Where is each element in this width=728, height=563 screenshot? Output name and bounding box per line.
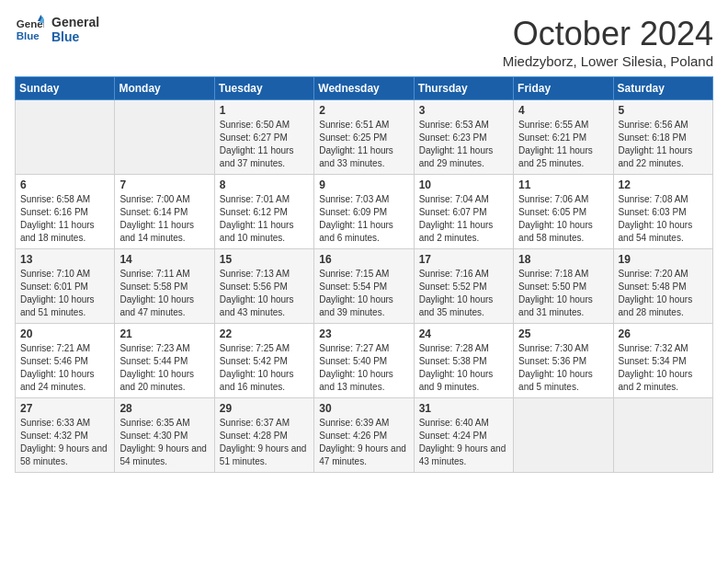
calendar-cell: 8 Sunrise: 7:01 AMSunset: 6:12 PMDayligh…	[214, 175, 313, 249]
day-number: 13	[20, 253, 109, 266]
calendar-cell: 17 Sunrise: 7:16 AMSunset: 5:52 PMDaylig…	[414, 249, 513, 324]
day-number: 15	[220, 253, 309, 266]
page-header: General Blue General Blue October 2024 M…	[15, 15, 713, 69]
day-info: Sunrise: 7:16 AMSunset: 5:52 PMDaylight:…	[419, 269, 494, 317]
day-info: Sunrise: 7:06 AMSunset: 6:05 PMDaylight:…	[518, 194, 593, 243]
calendar-cell: 29 Sunrise: 6:37 AMSunset: 4:28 PMDaylig…	[214, 398, 313, 473]
day-number: 20	[20, 327, 109, 340]
calendar-cell: 27 Sunrise: 6:33 AMSunset: 4:32 PMDaylig…	[16, 398, 115, 473]
day-header-saturday: Saturday	[613, 77, 712, 100]
calendar-cell: 20 Sunrise: 7:21 AMSunset: 5:46 PMDaylig…	[16, 324, 115, 398]
day-number: 9	[319, 178, 408, 191]
day-info: Sunrise: 7:01 AMSunset: 6:12 PMDaylight:…	[220, 194, 294, 243]
day-number: 27	[20, 402, 109, 415]
calendar-cell: 24 Sunrise: 7:28 AMSunset: 5:38 PMDaylig…	[414, 324, 513, 398]
day-number: 22	[220, 327, 309, 340]
calendar-cell: 12 Sunrise: 7:08 AMSunset: 6:03 PMDaylig…	[613, 175, 712, 249]
day-number: 10	[419, 178, 508, 191]
day-number: 24	[419, 327, 508, 340]
day-number: 7	[119, 178, 209, 191]
week-row-5: 27 Sunrise: 6:33 AMSunset: 4:32 PMDaylig…	[16, 398, 713, 473]
day-info: Sunrise: 6:50 AMSunset: 6:27 PMDaylight:…	[220, 120, 294, 168]
day-number: 31	[419, 402, 508, 415]
day-header-friday: Friday	[514, 77, 613, 100]
calendar-cell: 18 Sunrise: 7:18 AMSunset: 5:50 PMDaylig…	[514, 249, 613, 324]
day-number: 21	[119, 327, 209, 340]
calendar-cell: 10 Sunrise: 7:04 AMSunset: 6:07 PMDaylig…	[414, 175, 513, 249]
day-number: 18	[518, 253, 608, 266]
calendar-cell	[613, 398, 712, 473]
day-info: Sunrise: 7:20 AMSunset: 5:48 PMDaylight:…	[619, 269, 693, 317]
day-number: 14	[119, 253, 209, 266]
svg-text:Blue: Blue	[17, 30, 40, 41]
calendar-cell: 5 Sunrise: 6:56 AMSunset: 6:18 PMDayligh…	[613, 100, 712, 175]
week-row-2: 6 Sunrise: 6:58 AMSunset: 6:16 PMDayligh…	[16, 175, 713, 249]
day-info: Sunrise: 7:00 AMSunset: 6:14 PMDaylight:…	[119, 194, 194, 243]
calendar-cell: 9 Sunrise: 7:03 AMSunset: 6:09 PMDayligh…	[314, 175, 414, 249]
calendar-cell: 28 Sunrise: 6:35 AMSunset: 4:30 PMDaylig…	[115, 398, 214, 473]
month-title: October 2024	[503, 15, 713, 53]
logo: General Blue General Blue	[15, 15, 99, 44]
day-number: 19	[619, 253, 708, 266]
calendar-cell: 7 Sunrise: 7:00 AMSunset: 6:14 PMDayligh…	[115, 175, 214, 249]
logo-line1: General	[51, 15, 99, 29]
day-number: 28	[119, 402, 209, 415]
day-number: 11	[518, 178, 608, 191]
calendar-cell: 30 Sunrise: 6:39 AMSunset: 4:26 PMDaylig…	[314, 398, 414, 473]
day-info: Sunrise: 6:40 AMSunset: 4:24 PMDaylight:…	[419, 418, 506, 466]
day-number: 30	[319, 402, 408, 415]
day-info: Sunrise: 7:27 AMSunset: 5:40 PMDaylight:…	[319, 343, 393, 392]
calendar-cell: 21 Sunrise: 7:23 AMSunset: 5:44 PMDaylig…	[115, 324, 214, 398]
day-header-tuesday: Tuesday	[214, 77, 313, 100]
calendar-cell: 13 Sunrise: 7:10 AMSunset: 6:01 PMDaylig…	[16, 249, 115, 324]
day-info: Sunrise: 7:21 AMSunset: 5:46 PMDaylight:…	[20, 343, 95, 392]
day-info: Sunrise: 7:32 AMSunset: 5:34 PMDaylight:…	[619, 343, 693, 392]
calendar-cell: 1 Sunrise: 6:50 AMSunset: 6:27 PMDayligh…	[214, 100, 313, 175]
calendar-cell	[16, 100, 115, 175]
day-number: 8	[220, 178, 309, 191]
day-number: 25	[518, 327, 608, 340]
calendar-cell: 14 Sunrise: 7:11 AMSunset: 5:58 PMDaylig…	[115, 249, 214, 324]
day-info: Sunrise: 7:10 AMSunset: 6:01 PMDaylight:…	[20, 269, 95, 317]
day-info: Sunrise: 7:04 AMSunset: 6:07 PMDaylight:…	[419, 194, 494, 243]
day-info: Sunrise: 6:56 AMSunset: 6:18 PMDaylight:…	[619, 120, 693, 168]
day-header-sunday: Sunday	[16, 77, 115, 100]
calendar-cell	[115, 100, 214, 175]
day-info: Sunrise: 6:39 AMSunset: 4:26 PMDaylight:…	[319, 418, 406, 466]
day-number: 17	[419, 253, 508, 266]
calendar-cell	[514, 398, 613, 473]
calendar-cell: 2 Sunrise: 6:51 AMSunset: 6:25 PMDayligh…	[314, 100, 414, 175]
calendar-cell: 25 Sunrise: 7:30 AMSunset: 5:36 PMDaylig…	[514, 324, 613, 398]
calendar-cell: 23 Sunrise: 7:27 AMSunset: 5:40 PMDaylig…	[314, 324, 414, 398]
day-info: Sunrise: 7:23 AMSunset: 5:44 PMDaylight:…	[119, 343, 194, 392]
week-row-1: 1 Sunrise: 6:50 AMSunset: 6:27 PMDayligh…	[16, 100, 713, 175]
calendar-cell: 11 Sunrise: 7:06 AMSunset: 6:05 PMDaylig…	[514, 175, 613, 249]
calendar-cell: 22 Sunrise: 7:25 AMSunset: 5:42 PMDaylig…	[214, 324, 313, 398]
day-number: 3	[419, 104, 508, 117]
day-info: Sunrise: 7:03 AMSunset: 6:09 PMDaylight:…	[319, 194, 393, 243]
day-info: Sunrise: 6:37 AMSunset: 4:28 PMDaylight:…	[220, 418, 307, 466]
day-info: Sunrise: 7:11 AMSunset: 5:58 PMDaylight:…	[119, 269, 194, 317]
calendar-cell: 31 Sunrise: 6:40 AMSunset: 4:24 PMDaylig…	[414, 398, 513, 473]
day-number: 1	[220, 104, 309, 117]
day-info: Sunrise: 7:25 AMSunset: 5:42 PMDaylight:…	[220, 343, 294, 392]
day-number: 16	[319, 253, 408, 266]
header-row: SundayMondayTuesdayWednesdayThursdayFrid…	[16, 77, 713, 100]
day-number: 12	[619, 178, 708, 191]
calendar-table: SundayMondayTuesdayWednesdayThursdayFrid…	[15, 76, 713, 473]
day-number: 4	[518, 104, 608, 117]
day-number: 26	[619, 327, 708, 340]
calendar-cell: 26 Sunrise: 7:32 AMSunset: 5:34 PMDaylig…	[613, 324, 712, 398]
day-info: Sunrise: 7:28 AMSunset: 5:38 PMDaylight:…	[419, 343, 494, 392]
day-header-monday: Monday	[115, 77, 214, 100]
day-info: Sunrise: 6:53 AMSunset: 6:23 PMDaylight:…	[419, 120, 494, 168]
day-info: Sunrise: 7:13 AMSunset: 5:56 PMDaylight:…	[220, 269, 294, 317]
week-row-3: 13 Sunrise: 7:10 AMSunset: 6:01 PMDaylig…	[16, 249, 713, 324]
day-info: Sunrise: 6:58 AMSunset: 6:16 PMDaylight:…	[20, 194, 95, 243]
location: Miedzyborz, Lower Silesia, Poland	[503, 53, 713, 69]
logo-line2: Blue	[51, 29, 99, 44]
day-number: 23	[319, 327, 408, 340]
day-info: Sunrise: 7:30 AMSunset: 5:36 PMDaylight:…	[518, 343, 593, 392]
day-header-wednesday: Wednesday	[314, 77, 414, 100]
day-number: 2	[319, 104, 408, 117]
